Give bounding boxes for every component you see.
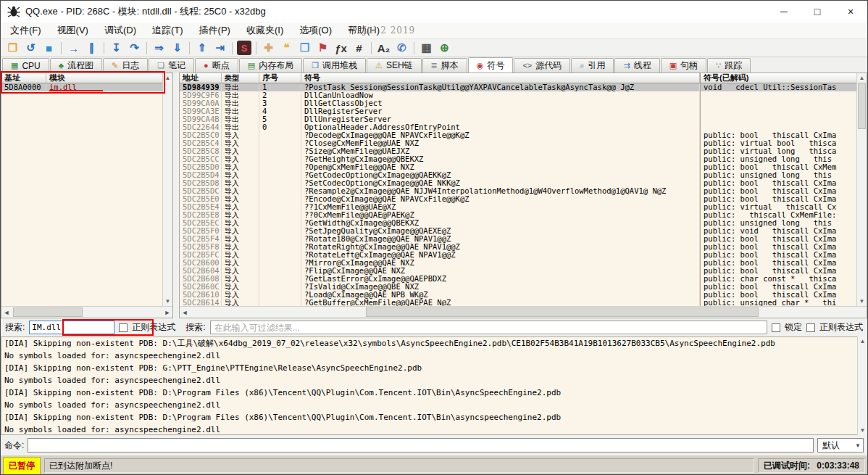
symbol-filter-input[interactable] [210,321,767,334]
column-header-base[interactable]: 基址 [1,73,46,83]
scroll-thumb[interactable] [13,307,83,317]
symbol-row[interactable]: 5DC2B5F4 导入 ?Rotate180@CxImage@@QAE_NPAV… [180,235,856,243]
toolbar-button[interactable]: ❝ [277,40,296,56]
command-profile-select[interactable]: 默认 ▼ [817,438,864,453]
modules-vertical-scrollbar[interactable]: ▲ ▼ [162,73,172,306]
column-header-symbol-undecorated[interactable]: 符号(已解码) [700,73,856,83]
column-header-symbol[interactable]: 符号 [301,73,700,83]
symbol-row[interactable]: 5DC2B5C0 导入 ?Decode@CxImage@@QAE_NPAVCxF… [180,131,856,139]
toolbar-button[interactable] [189,42,190,54]
symbol-row[interactable]: 5DC2B5E0 导入 ?Encode@CxImage@@QAE_NPAVCxF… [180,195,856,203]
toolbar-button[interactable]: # [350,40,368,56]
symbol-row[interactable]: 5DC2B5D8 导入 ?SetCodecOption@CxImage@@QAE… [180,179,856,187]
symbol-row[interactable]: 5DC2B5C8 导入 ?Size@CxMemFile@@UAEJXZ publ… [180,147,856,155]
maximize-button[interactable]: □ [801,1,834,22]
view-tab[interactable]: <> 源代码 [514,58,570,73]
view-tab[interactable]: ● 断点 [195,58,238,73]
menu-item[interactable]: 插件(P) [191,22,238,38]
view-tab[interactable]: ⚠ SEH链 [367,58,422,73]
view-tab[interactable]: ❏ 笔记 [149,58,194,73]
column-header-address[interactable]: 地址 [180,73,222,83]
toolbar-button[interactable]: ✚ [259,40,277,56]
toolbar-button[interactable]: ✆ [393,40,411,56]
view-tab[interactable]: ⌕ 引用 [571,58,614,73]
close-button[interactable]: × [834,1,867,22]
column-header-type[interactable]: 类型 [222,73,259,83]
symbol-row[interactable]: 5DC2B5DC 导入 ?Resample2@CxImage@@QAE_NJJW… [180,187,856,195]
toolbar-button[interactable]: ⚑ [314,40,332,56]
symbol-row[interactable]: 5D984939 导出 1 ?PostTask_Session@SessionT… [180,83,856,91]
symbol-row[interactable]: 5DC2B5FC 导入 ?RotateLeft@CxImage@@QAE_NPA… [180,251,856,259]
symbol-row[interactable]: 5DC2B5D4 导入 ?GetCodecOption@CxImage@@QAE… [180,171,856,179]
toolbar-button[interactable]: ■ [40,40,58,56]
menu-item[interactable]: 视图(V) [49,22,96,38]
scroll-left-arrow[interactable]: ◄ [180,309,190,316]
toolbar-button[interactable]: ∥ [83,40,101,56]
symbol-row[interactable]: 5DC2B608 导入 ?GetLastError@CxImage@@QAEPB… [180,275,856,283]
symbol-row[interactable]: 5DC2B600 导入 ?Mirror@CxImage@@QAE_NXZ pub… [180,259,856,267]
view-tab[interactable]: ▦ CPU [2,58,49,73]
scroll-thumb[interactable] [366,307,759,317]
view-tab[interactable]: ▤ 内存布局 [239,58,302,73]
view-tab[interactable]: ❐ 调用堆栈 [303,58,366,73]
symbol-row[interactable]: 5DC22644 导出 0 OptionalHeader.AddressOfEn… [180,123,856,131]
symbol-row[interactable]: 5DC2B5D0 导入 ?Open@CxMemFile@@QAE_NXZ pub… [180,163,856,171]
menu-item[interactable]: 选项(O) [291,22,340,38]
toolbar-button[interactable] [232,42,233,54]
view-tab[interactable]: ▣ 句柄 [661,58,706,73]
minimize-button[interactable]: ─ [767,1,801,22]
scroll-up-arrow[interactable]: ▲ [858,336,867,346]
view-tab[interactable]: ♣ 流程图 [50,58,102,73]
toolbar-button[interactable] [61,42,62,54]
column-header-module[interactable]: 模块 [46,73,172,83]
toolbar-button[interactable]: ↷ [125,40,143,56]
symbols-horizontal-scrollbar[interactable]: ◄ [180,306,867,318]
toolbar-button[interactable]: S [237,41,251,55]
symbol-row[interactable]: 5DC2B604 导入 ?Flip@CxImage@@QAE_NXZ publi… [180,267,856,275]
symbol-row[interactable]: 5DC2B5F0 导入 ?SetJpegQuality@CxImage@@QAE… [180,227,856,235]
toolbar-button[interactable] [146,42,147,54]
toolbar-button[interactable]: ⇓ [168,40,186,56]
modules-horizontal-scrollbar[interactable]: ◄ ► [1,306,172,318]
toolbar-button[interactable]: ❐ [296,40,314,56]
toolbar-button[interactable]: ƒx [332,40,350,56]
module-row[interactable]: 5D8A0000 im.dll [1,83,172,91]
regex2-checkbox[interactable] [806,323,815,332]
view-tab[interactable]: ✎ 日志 [103,58,148,73]
symbol-row[interactable]: 5DC2B5C4 导入 ?Close@CxMemFile@@UAE_NXZ pu… [180,139,856,147]
lock-checkbox[interactable] [772,323,780,332]
view-tab[interactable]: ◉ 符号 [468,57,514,73]
symbol-row[interactable]: 5DC2B5EC 导入 ?GetWidth@CxImage@@QBEKXZ pu… [180,219,856,227]
scroll-right-arrow[interactable]: ► [162,309,172,316]
menu-item[interactable]: 收藏夹(I) [238,22,291,38]
view-tab[interactable]: ⇉ 线程 [614,58,659,73]
symbol-row[interactable]: 5DC2B5E8 导入 ??0CxMemFile@@QAE@PAEK@Z pub… [180,211,856,219]
toolbar-button[interactable]: ↧ [107,40,125,56]
log-vertical-scrollbar[interactable]: ▲ ▼ [857,336,867,435]
symbol-row[interactable]: 5D99CA4B 导出 5 DllUnregisterServer [180,115,856,123]
symbol-row[interactable]: 5D99CA3E 导出 4 DllRegisterServer [180,107,856,115]
toolbar-button[interactable] [414,42,414,54]
toolbar-button[interactable]: A₂ [375,40,393,56]
symbol-row[interactable]: 5DC2B5F8 导入 ?RotateRight@CxImage@@QAE_NP… [180,243,856,251]
toolbar-button[interactable]: ❒ [4,40,22,56]
scroll-up-arrow[interactable]: ▲ [857,73,867,83]
symbol-row[interactable]: 5DC2B60C 导入 ?IsValid@CxImage@@QBE_NXZ pu… [180,283,856,291]
scroll-left-arrow[interactable]: ◄ [1,309,12,316]
column-header-ordinal[interactable]: 序号 [259,73,301,83]
scroll-down-arrow[interactable]: ▼ [858,426,867,435]
menu-item[interactable]: 追踪(T) [144,22,191,38]
menu-item[interactable]: 调试(D) [96,22,144,38]
symbol-row[interactable]: 5DC2B5CC 导入 ?GetHeight@CxImage@@QBEKXZ p… [180,155,856,163]
symbol-row[interactable]: 5D99C9F6 导出 2 DllCanUnloadNow [180,91,856,99]
menu-item[interactable]: 文件(F) [2,22,49,38]
toolbar-button[interactable] [104,42,104,54]
symbol-row[interactable]: 5D99CA0A 导出 3 DllGetClassObject [180,99,856,107]
toolbar-button[interactable]: ⇥ [211,40,229,56]
regex-checkbox[interactable] [119,323,128,332]
scroll-up-arrow[interactable]: ▲ [163,73,172,83]
toolbar-button[interactable]: ↺ [22,40,40,56]
toolbar-button[interactable] [256,42,256,54]
toolbar-button[interactable]: ⇑ [193,40,211,56]
scroll-thumb[interactable] [858,83,866,129]
